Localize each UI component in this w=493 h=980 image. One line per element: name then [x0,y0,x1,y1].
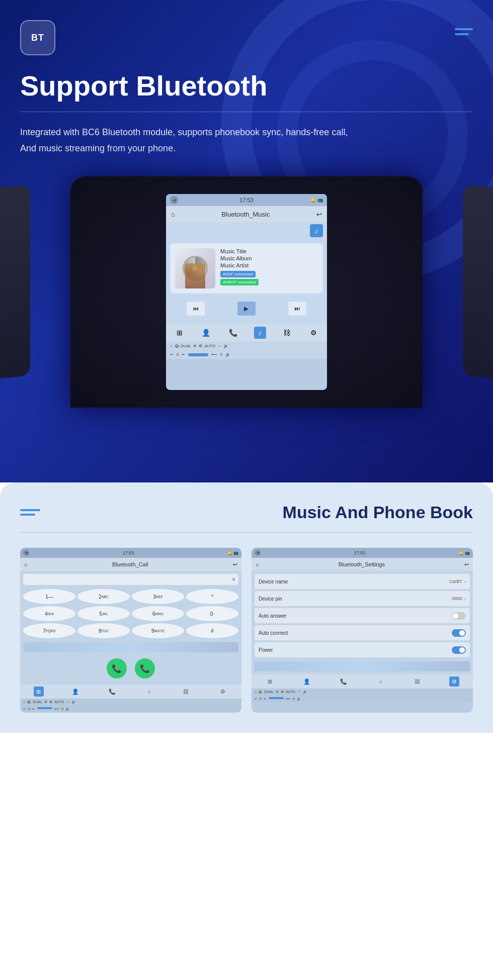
settings-row-device-pin[interactable]: Device pin 0000 › [255,591,470,606]
hamburger-menu[interactable] [455,28,473,35]
left-screen-title: Bluetooth_Call [112,561,148,567]
device-name-chevron: › [464,579,466,584]
dial-key-3[interactable]: 3DEF [132,589,184,604]
nav-link[interactable]: ⛓ [281,327,293,339]
left-nav-music[interactable]: ♪ [144,687,154,697]
nav-music[interactable]: ♪ [254,327,266,339]
settings-row-auto-connect[interactable]: Auto connect [255,625,470,640]
hero-description: Integrated with BC6 Bluetooth module, su… [20,124,372,157]
call-button[interactable]: 📞 [107,658,127,678]
right-nav-apps[interactable]: ⊞ [265,676,275,687]
dial-key-9[interactable]: 9WXYZ [132,623,184,638]
dial-key-1[interactable]: 1— [23,589,75,604]
left-back-icon[interactable]: ↩ [233,561,237,568]
bar-auto: AUTO [204,344,215,348]
nav-phone[interactable]: 👤 [200,327,212,339]
power-label: Power [259,647,273,653]
bar-dual: DUAL [181,344,191,348]
dial-key-7[interactable]: 7PQRS [23,623,75,638]
hero-section: BT Support Bluetooth Integrated with BC6… [0,0,493,482]
settings-row-auto-answer[interactable]: Auto answer [255,608,470,623]
album-art [175,248,215,288]
dial-key-4[interactable]: 4GHI [23,606,75,621]
bar-mode[interactable]: ↵ [182,352,185,357]
screen-time: 17:53 [239,197,254,203]
nav-apps[interactable]: ⊞ [174,327,186,339]
music-title: Music Title [220,248,318,254]
left-home-icon[interactable]: ⌂ [24,561,28,567]
section-menu-icon[interactable] [20,509,40,516]
right-nav-phone[interactable]: 📞 [339,676,349,687]
car-left-panel [0,185,30,379]
dial-key-6[interactable]: 6MNO [132,606,184,621]
right-home-icon[interactable]: ⌂ [256,561,259,567]
power-toggle[interactable] [452,646,466,654]
screen-icons: 🔔 📺 [310,198,323,203]
bar-arrow[interactable]: ↔ [217,344,221,348]
left-nav-settings[interactable]: ⚙ [218,687,228,697]
device-name-value: CarBT [449,579,462,584]
right-status-bar: ◀ 17:53 🔔 📺 [252,548,473,558]
right-title-bar: ⌂ Bluetooth_Settings ↩ [252,558,473,571]
right-nav-link[interactable]: ⛓ [413,676,423,687]
screen-nav: ⊞ 👤 📞 ♪ ⛓ ⚙ [166,324,327,342]
hangup-button[interactable]: 📞 [135,658,155,678]
settings-row-power[interactable]: Power [255,642,470,657]
dial-key-5[interactable]: 5JKL [77,606,130,621]
music-artist: Music Artist [220,262,318,268]
left-nav-link[interactable]: ⛓ [181,687,191,697]
car-right-panel [463,185,493,379]
next-button[interactable]: ⏭ [288,302,306,316]
music-icon[interactable]: ♪ [310,224,323,237]
right-nav-contacts[interactable]: 👤 [302,676,312,687]
dial-key-2[interactable]: 2ABC [77,589,130,604]
right-back-btn[interactable]: ◀ [255,550,261,556]
left-status-bar: ◀ 17:53 🔔 📺 [20,548,241,558]
screen-content: Music Title Music Album Music Artist A2D… [166,239,327,324]
left-nav-apps[interactable]: ⊞ [34,687,44,697]
dial-key-8[interactable]: 8TUV [77,623,130,638]
dial-clear[interactable]: × [232,576,235,583]
right-mini-screen: ◀ 17:53 🔔 📺 ⌂ Bluetooth_Settings ↩ Devic… [252,548,473,713]
screen-bottom-bar-2: ↩ 0 ↵ ⟵ 0 🔊 [166,350,327,359]
nav-settings[interactable]: ⚙ [307,327,319,339]
dial-key-hash[interactable]: # [186,623,238,638]
dial-key-star[interactable]: * [186,589,238,604]
bar-ac[interactable]: ♻ [199,344,202,348]
home-icon[interactable]: ⌂ [171,211,175,218]
bar-slider[interactable] [188,353,208,356]
music-card: Music Title Music Album Music Artist A2D… [170,243,323,293]
bar-vol2[interactable]: 🔊 [225,352,230,357]
left-back-btn[interactable]: ◀ [23,550,29,556]
right-screen-title: Bluetooth_Settings [339,561,385,567]
bt-logo: BT [20,20,55,55]
nav-call[interactable]: 📞 [227,327,239,339]
screen-status-bar: ◀ 17:53 🔔 📺 [166,194,327,206]
auto-connect-toggle[interactable] [452,629,466,637]
right-nav-settings[interactable]: ⚙ [449,676,459,687]
right-nav: ⊞ 👤 📞 ♪ ⛓ ⚙ [252,674,473,689]
left-time: 17:53 [123,550,134,555]
bar-spd: ⟵ [211,352,217,357]
play-button[interactable]: ▶ [237,302,256,316]
connection-badges: A2DP connected AVRCP connected [220,269,318,285]
bar-back2[interactable]: ↩ [170,352,174,357]
left-bottom-bar: ⌂⏻DUAL❄♻AUTO↔🔊 [20,699,241,706]
dial-input[interactable]: × [23,574,238,585]
left-nav-contacts[interactable]: 👤 [70,687,80,697]
left-nav-phone[interactable]: 📞 [107,687,117,697]
auto-answer-toggle[interactable] [452,612,466,620]
dial-key-0[interactable]: 0· [186,606,238,621]
bar-home[interactable]: ⌂ [170,344,173,348]
bar-vol[interactable]: 🔊 [223,344,228,348]
bar-fan[interactable]: ❄ [193,344,197,348]
settings-row-device-name[interactable]: Device name CarBT › [255,574,470,589]
right-back-icon[interactable]: ↩ [464,561,469,568]
right-nav-music[interactable]: ♪ [376,676,386,687]
right-screen-content: Device name CarBT › Device pin 0000 › [252,571,473,674]
back-icon[interactable]: ↩ [316,211,322,218]
bar-power[interactable]: ⏻ [175,344,179,348]
prev-button[interactable]: ⏮ [187,302,205,316]
screen-back-button[interactable]: ◀ [170,196,178,204]
right-time: 17:53 [354,550,366,555]
